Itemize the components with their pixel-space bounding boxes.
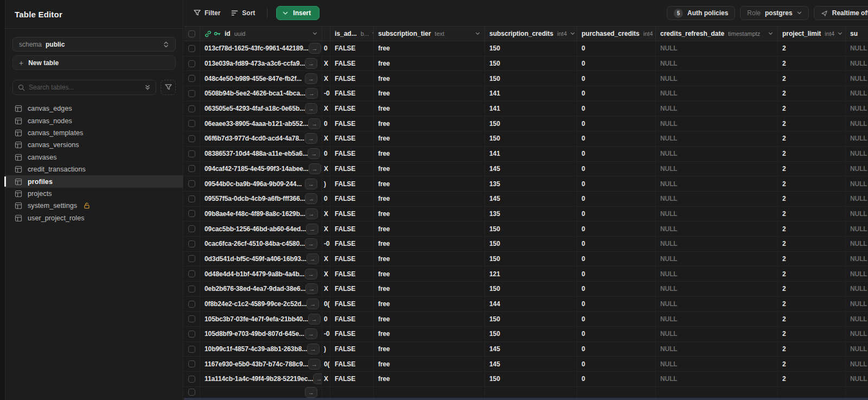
project-limit-cell[interactable]: 2 — [778, 192, 846, 206]
subscription-tier-cell[interactable]: free — [374, 221, 485, 236]
column-header-subscription-tier[interactable]: subscription_tier text — [374, 27, 485, 41]
project-limit-cell[interactable]: 2 — [778, 237, 846, 251]
truncated-cell[interactable]: NULL — [846, 252, 868, 266]
is-admin-cell[interactable]: FALSE — [330, 86, 374, 101]
clipped-cell[interactable]: X — [322, 56, 330, 71]
is-admin-cell[interactable]: FALSE — [330, 56, 374, 71]
is-admin-cell[interactable]: FALSE — [330, 297, 374, 312]
credits-refresh-date-cell[interactable] — [656, 387, 778, 398]
subscription-tier-cell[interactable]: free — [374, 131, 485, 146]
subscription-tier-cell[interactable]: free — [374, 342, 485, 357]
table-row[interactable]: 013cf78d-1625-43fc-9961-442189... → 0 FA… — [184, 41, 868, 56]
project-limit-cell[interactable]: 2 — [778, 342, 846, 357]
clipped-cell[interactable]: X — [322, 71, 330, 86]
sidebar-item-user_project_roles[interactable]: user_project_roles — [5, 212, 183, 224]
truncated-cell[interactable]: NULL — [846, 327, 868, 341]
is-admin-cell[interactable]: FALSE — [330, 147, 374, 161]
is-admin-cell[interactable]: FALSE — [330, 312, 374, 326]
subscription-credits-cell[interactable]: 145 — [485, 192, 577, 206]
clipped-cell[interactable]: 0( — [322, 297, 330, 312]
subscription-tier-cell[interactable]: free — [374, 71, 485, 86]
new-table-button[interactable]: + New table — [12, 55, 176, 70]
is-admin-cell[interactable]: FALSE — [330, 162, 374, 176]
id-cell[interactable]: 105bc3b7-03fe-4e7f-9efa-21bb40... → — [200, 312, 322, 326]
sidebar-item-projects[interactable]: projects — [5, 188, 183, 200]
clipped-cell[interactable]: X — [322, 282, 330, 296]
project-limit-cell[interactable]: 2 — [778, 131, 846, 146]
truncated-cell[interactable]: NULL — [846, 162, 868, 176]
subscription-credits-cell[interactable]: 150 — [485, 56, 577, 71]
table-row[interactable]: 11a114cb-1a4c-49f4-9b28-52219ec... → X F… — [184, 372, 868, 387]
clipped-cell[interactable]: X — [322, 372, 330, 386]
sidebar-item-canvas_edges[interactable]: canvas_edges — [5, 103, 183, 115]
id-cell[interactable]: 0eb2b676-38ed-4ea7-9dad-38e6... → — [200, 282, 322, 296]
chevron-down-icon[interactable] — [369, 32, 374, 35]
purchased-credits-cell[interactable]: 0 — [577, 86, 656, 101]
truncated-cell[interactable]: NULL — [846, 101, 868, 116]
id-cell[interactable]: 1167e930-e5b0-43b7-b74c-788c9... → — [200, 357, 322, 371]
credits-refresh-date-cell[interactable]: NULL — [656, 56, 778, 71]
subscription-credits-cell[interactable]: 150 — [485, 71, 577, 86]
realtime-toggle-button[interactable]: Realtime off — [814, 6, 868, 20]
purchased-credits-cell[interactable]: 0 — [577, 266, 656, 281]
is-admin-cell[interactable]: FALSE — [330, 237, 374, 251]
table-row[interactable]: 063505e5-4293-4faf-a18c-0e65b... → X FAL… — [184, 101, 868, 117]
clipped-cell[interactable]: X — [322, 101, 330, 116]
id-cell[interactable]: 09b8ae4e-f48c-4f89-8a8c-1629b... → — [200, 207, 322, 221]
clipped-cell[interactable]: 0 — [322, 116, 330, 131]
purchased-credits-cell[interactable]: 0 — [577, 147, 656, 161]
project-limit-cell[interactable]: 2 — [778, 266, 846, 281]
table-row[interactable]: 08386537-10d4-488a-a11e-eb5a6... → 0 FAL… — [184, 147, 868, 162]
double-chevron-down-icon[interactable] — [144, 84, 151, 91]
credits-refresh-date-cell[interactable]: NULL — [656, 372, 778, 386]
expand-row-button[interactable]: → — [305, 58, 317, 69]
project-limit-cell[interactable]: 2 — [778, 252, 846, 266]
is-admin-cell[interactable]: FALSE — [330, 176, 374, 191]
credits-refresh-date-cell[interactable]: NULL — [656, 282, 778, 296]
purchased-credits-cell[interactable] — [577, 387, 656, 398]
credits-refresh-date-cell[interactable]: NULL — [656, 357, 778, 371]
is-admin-cell[interactable]: FALSE — [330, 282, 374, 296]
expand-row-button[interactable]: → — [307, 344, 320, 354]
row-checkbox[interactable] — [188, 360, 195, 367]
credits-refresh-date-cell[interactable]: NULL — [656, 41, 778, 56]
project-limit-cell[interactable]: 2 — [778, 372, 846, 386]
table-row[interactable]: → — [184, 387, 868, 398]
table-row[interactable]: 0d48e4d4-b1bf-4479-9a8b-4a4b... → X FALS… — [184, 266, 868, 282]
expand-row-button[interactable]: → — [313, 373, 322, 384]
purchased-credits-cell[interactable]: 0 — [577, 221, 656, 236]
table-row[interactable]: 09557f5a-0dcb-4cb9-a6fb-fff366... → 0 FA… — [184, 192, 868, 207]
credits-refresh-date-cell[interactable]: NULL — [656, 266, 778, 281]
truncated-cell[interactable]: NULL — [846, 297, 868, 312]
subscription-tier-cell[interactable]: free — [374, 41, 485, 56]
id-cell[interactable]: 105d8bf9-e703-49bd-807d-645e... → — [200, 327, 322, 341]
credits-refresh-date-cell[interactable]: NULL — [656, 342, 778, 357]
subscription-credits-cell[interactable]: 150 — [485, 131, 577, 146]
table-row[interactable]: 013e039a-fd89-473a-a3c6-ccfa9... → X FAL… — [184, 56, 868, 72]
project-limit-cell[interactable]: 2 — [778, 41, 846, 56]
truncated-cell[interactable]: NULL — [846, 221, 868, 236]
project-limit-cell[interactable] — [778, 387, 846, 398]
truncated-cell[interactable]: NULL — [846, 282, 868, 296]
clipped-cell[interactable]: 0 — [322, 41, 330, 56]
clipped-cell[interactable]: ) — [322, 342, 330, 357]
project-limit-cell[interactable]: 2 — [778, 176, 846, 191]
credits-refresh-date-cell[interactable]: NULL — [656, 192, 778, 206]
truncated-cell[interactable]: NULL — [846, 86, 868, 101]
sidebar-item-canvas_versions[interactable]: canvas_versions — [5, 139, 183, 151]
auth-policies-button[interactable]: 5 Auth policies — [667, 6, 735, 20]
subscription-tier-cell[interactable]: free — [374, 207, 485, 221]
sidebar-filter-button[interactable] — [161, 80, 176, 95]
credits-refresh-date-cell[interactable]: NULL — [656, 147, 778, 161]
is-admin-cell[interactable]: FALSE — [330, 357, 374, 371]
expand-row-button[interactable]: → — [305, 269, 317, 280]
subscription-tier-cell[interactable]: free — [374, 101, 485, 116]
credits-refresh-date-cell[interactable]: NULL — [656, 176, 778, 191]
table-row[interactable]: 0cac6fca-26cf-4510-84ba-c4580... → -0 FA… — [184, 237, 868, 252]
truncated-cell[interactable]: NULL — [846, 176, 868, 191]
subscription-credits-cell[interactable]: 141 — [485, 147, 577, 161]
expand-row-button[interactable]: → — [305, 283, 318, 294]
subscription-tier-cell[interactable]: free — [374, 56, 485, 71]
column-header-id[interactable]: id uuid — [200, 27, 322, 41]
subscription-tier-cell[interactable]: free — [374, 162, 485, 176]
